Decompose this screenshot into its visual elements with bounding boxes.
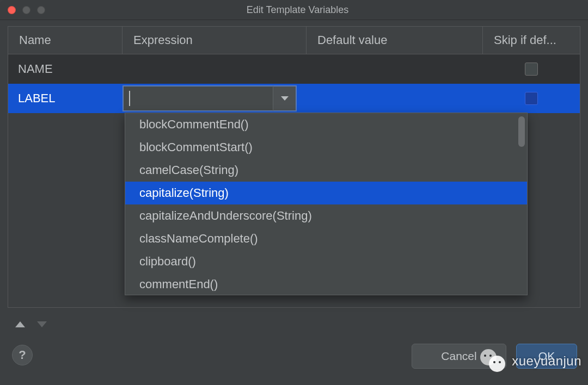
cell-name[interactable]: NAME: [8, 54, 122, 84]
table-row[interactable]: LABEL: [8, 84, 580, 113]
move-down-button[interactable]: [37, 321, 47, 327]
suggestion-item[interactable]: clipboard(): [125, 250, 527, 273]
dialog-window: Edit Template Variables Name Expression …: [0, 0, 588, 385]
table-header: Name Expression Default value Skip if de…: [8, 27, 580, 54]
cell-skip[interactable]: [483, 54, 580, 84]
suggestion-item[interactable]: capitalizeAndUnderscore(String): [125, 204, 527, 227]
cell-default[interactable]: [307, 54, 483, 84]
chevron-down-icon: [281, 96, 289, 101]
ok-button[interactable]: OK: [516, 344, 577, 369]
cell-expression[interactable]: [122, 54, 307, 84]
cell-default[interactable]: [307, 84, 483, 113]
cell-name[interactable]: LABEL: [8, 84, 122, 113]
cancel-button[interactable]: Cancel: [412, 344, 506, 369]
scrollbar-thumb[interactable]: [518, 116, 525, 147]
variables-table: Name Expression Default value Skip if de…: [8, 26, 580, 308]
text-caret: [129, 91, 130, 106]
suggestion-item[interactable]: blockCommentStart(): [125, 136, 527, 159]
table-body: NAME LABEL: [8, 54, 580, 113]
suggestion-item[interactable]: capitalize(String): [125, 182, 527, 204]
expression-suggestions-popup: blockCommentEnd() blockCommentStart() ca…: [125, 113, 528, 295]
suggestion-item[interactable]: classNameComplete(): [125, 227, 527, 250]
column-header-default[interactable]: Default value: [307, 27, 483, 54]
dialog-actions: Cancel OK: [412, 344, 577, 369]
dialog-title: Edit Template Variables: [7, 4, 588, 16]
cell-expression[interactable]: [122, 84, 307, 113]
column-header-name[interactable]: Name: [8, 27, 122, 54]
suggestion-list: blockCommentEnd() blockCommentStart() ca…: [125, 113, 527, 295]
titlebar: Edit Template Variables: [0, 0, 588, 20]
column-header-skip[interactable]: Skip if def...: [483, 27, 580, 54]
suggestion-item[interactable]: camelCase(String): [125, 159, 527, 182]
move-up-button[interactable]: [15, 321, 25, 327]
suggestion-item[interactable]: blockCommentEnd(): [125, 113, 527, 136]
table-row[interactable]: NAME: [8, 54, 580, 84]
column-header-expression[interactable]: Expression: [122, 27, 307, 54]
skip-checkbox[interactable]: [525, 92, 538, 105]
expression-input[interactable]: [122, 85, 273, 111]
suggestion-item[interactable]: commentEnd(): [125, 273, 527, 295]
expression-combobox[interactable]: [122, 85, 297, 111]
expression-dropdown-button[interactable]: [273, 85, 297, 111]
cell-skip[interactable]: [483, 84, 580, 113]
skip-checkbox[interactable]: [525, 63, 538, 76]
row-reorder-controls: [15, 321, 47, 327]
help-button[interactable]: ?: [12, 345, 33, 365]
